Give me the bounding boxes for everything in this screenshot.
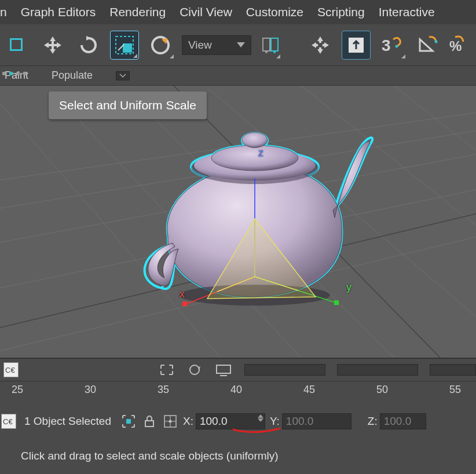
keyboard-shortcut-override-button[interactable] [342, 31, 371, 60]
sub-item-populate[interactable]: Populate [52, 69, 93, 82]
display-icon[interactable] [214, 363, 233, 377]
loop-icon[interactable] [186, 363, 203, 377]
track-bar: C€ [0, 358, 476, 381]
axis-label-y: y [346, 281, 351, 293]
timeline-tick: 25 [12, 384, 23, 396]
snaps-toggle-button[interactable]: 3 [378, 31, 407, 60]
reference-coordinate-system-dropdown[interactable]: View [182, 35, 251, 55]
svg-rect-1 [12, 40, 21, 49]
z-label: Z: [368, 415, 378, 428]
main-toolbar: View 3 [0, 24, 476, 66]
svg-point-45 [190, 365, 199, 374]
menubar: n Graph Editors Rendering Civil View Cus… [0, 0, 476, 24]
track-slider-1[interactable] [244, 364, 325, 376]
toolbar-drag-handle[interactable] [0, 72, 27, 75]
z-value-input[interactable]: 100.0 [380, 413, 426, 429]
y-value-input[interactable]: 100.0 [282, 413, 351, 429]
prompt-bar: Click and drag to select and scale objec… [0, 438, 476, 474]
svg-point-13 [435, 40, 438, 43]
timeline-tick: 50 [376, 384, 388, 396]
axis-label-z: z [258, 147, 263, 159]
svg-point-7 [265, 51, 268, 53]
timeline-tick: 30 [85, 384, 96, 396]
transform-y-field: Y: 100.0 [270, 413, 351, 429]
svg-rect-5 [263, 38, 270, 51]
select-object-button[interactable] [2, 31, 31, 60]
select-and-rotate-button[interactable] [74, 31, 103, 60]
svg-text:3: 3 [382, 36, 391, 54]
svg-point-12 [396, 45, 398, 47]
status-selection-set-button[interactable]: C€ [1, 414, 16, 429]
select-and-manipulate-button[interactable] [306, 31, 335, 60]
use-pivot-point-center-button[interactable] [258, 31, 281, 60]
svg-rect-46 [217, 365, 230, 373]
transform-z-field: Z: 100.0 [368, 413, 426, 429]
selection-lock-frame-icon[interactable] [120, 413, 137, 429]
sub-toolbar-dropdown[interactable] [116, 71, 130, 80]
prompt-text: Click and drag to select and scale objec… [21, 450, 279, 462]
chevron-down-icon [237, 42, 245, 47]
menu-item-scripting[interactable]: Scripting [317, 2, 365, 23]
svg-rect-49 [145, 421, 153, 427]
axis-label-x: x [180, 288, 185, 300]
svg-point-8 [273, 51, 276, 53]
menu-item-interactive[interactable]: Interactive [379, 2, 435, 23]
menu-item-customize[interactable]: Customize [246, 2, 303, 23]
maximize-icon[interactable] [159, 363, 175, 377]
sub-toolbar: Paint Populate [0, 66, 476, 86]
svg-rect-41 [334, 300, 339, 305]
menu-item[interactable]: n [0, 2, 7, 23]
menu-item-graph-editors[interactable]: Graph Editors [21, 2, 96, 23]
svg-line-25 [394, 86, 476, 172]
x-label: X: [183, 415, 193, 428]
angle-snap-toggle-button[interactable] [413, 31, 442, 60]
select-and-scale-button[interactable] [110, 31, 139, 60]
track-slider-3[interactable] [430, 364, 476, 376]
select-and-move-button[interactable] [38, 31, 67, 60]
menu-item-civil-view[interactable]: Civil View [180, 2, 232, 23]
lock-icon[interactable] [141, 413, 158, 429]
menu-item-rendering[interactable]: Rendering [109, 2, 166, 23]
svg-rect-48 [126, 419, 131, 424]
svg-rect-39 [182, 302, 187, 306]
dropdown-label: View [188, 39, 212, 52]
viewport-perspective[interactable]: x y z [0, 86, 476, 358]
track-slider-2[interactable] [337, 364, 418, 376]
selection-count-label: 1 Object Selected [24, 415, 111, 428]
select-and-place-button[interactable] [146, 31, 175, 60]
svg-point-9 [318, 43, 323, 47]
svg-text:%: % [449, 38, 462, 54]
svg-rect-6 [271, 38, 278, 51]
timeline-tick: 55 [449, 384, 461, 396]
transform-type-in-icon[interactable] [162, 413, 178, 429]
annotation-red-underline [232, 425, 281, 436]
timeline[interactable]: 25 30 35 40 45 50 55 [0, 381, 476, 405]
timeline-tick: 35 [158, 384, 169, 396]
percent-snap-toggle-button[interactable]: % [449, 31, 467, 60]
tooltip-scale: Select and Uniform Scale [49, 91, 207, 119]
timeline-tick: 40 [230, 384, 242, 396]
track-selection-button[interactable]: C€ [3, 362, 19, 377]
timeline-tick: 45 [303, 384, 315, 396]
